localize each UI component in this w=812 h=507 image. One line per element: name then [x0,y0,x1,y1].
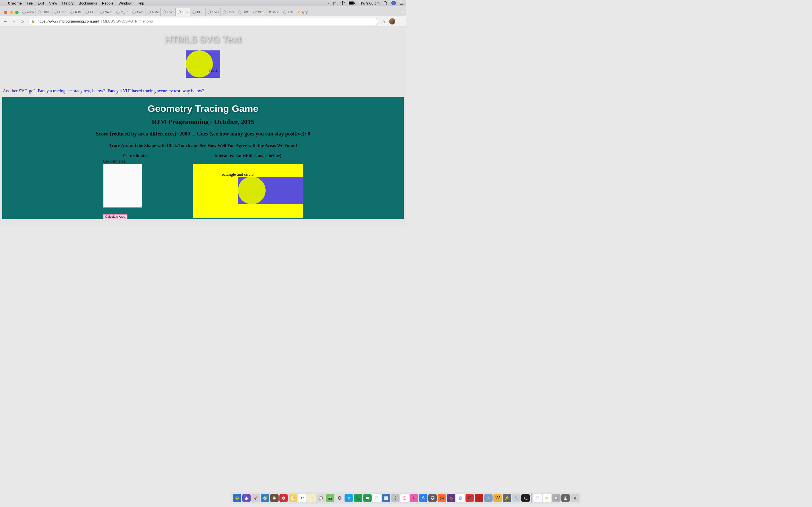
browser-tab[interactable]: Welc [98,8,114,16]
menu-history[interactable]: History [62,1,73,5]
chrome-window: wwwGIMPC UnRJMPHPWelcC_unComRJMCirclS✕PH… [0,6,406,227]
link-yui-tracing[interactable]: Fancy a YUI based tracing accuracy test,… [107,89,204,93]
browser-tab[interactable]: C Un [52,8,68,16]
tab-label: Inbo [273,10,279,14]
svg-rect-2 [354,3,355,4]
browser-tab[interactable]: Circl [161,8,175,16]
game-instructions: Trace Around the Shape with Click/Touch … [2,140,404,153]
reload-button[interactable]: ⟳ [20,18,25,24]
canvas-area[interactable]: rectangle and circle [193,164,303,218]
browser-tab[interactable]: Com [221,8,236,16]
svg-point-9 [70,11,73,13]
tab-favicon-icon: M [268,10,272,14]
browser-tab[interactable]: RJM [146,8,161,16]
new-tab-button[interactable]: + [398,10,406,16]
window-minimize-button[interactable] [10,11,13,14]
browser-tab[interactable]: GIMP [36,8,52,16]
browser-tab[interactable]: cPWeb [251,8,266,16]
tab-label: C Un [59,10,66,14]
browser-tab[interactable]: Com [130,8,146,16]
tab-favicon-icon: cP [253,10,257,14]
svg-demo: rectan [0,50,406,87]
menu-bookmarks[interactable]: Bookmarks [79,1,97,5]
tab-label: Com [137,10,144,14]
coord-textarea[interactable] [103,164,142,208]
status-icon[interactable]: ⟐ [327,1,329,5]
canvas-circle [238,177,266,204]
tab-label: SVG [243,10,249,14]
svg-point-11 [101,11,103,13]
spotlight-icon[interactable] [384,1,388,5]
url-path: /HTMLCSS/SVG/SVG_Primer.php [97,19,153,23]
tab-favicon-icon [132,10,136,14]
svg-point-8 [55,11,57,13]
menu-people[interactable]: People [102,1,113,5]
menu-edit[interactable]: Edit [38,1,44,5]
tab-bar: wwwGIMPC UnRJMPHPWelcC_unComRJMCirclS✕PH… [0,6,406,16]
window-maximize-button[interactable] [15,11,18,14]
tab-label: SVG [212,10,219,14]
tab-label: www [27,10,34,14]
browser-tab[interactable]: ✔rjmp [295,8,310,16]
browser-tab[interactable]: SVG [236,8,251,16]
tab-label: PHP [197,10,204,14]
calculate-area-button[interactable]: Calculate Area [103,214,128,219]
page-title: HTML5 SVG Text [0,26,406,50]
browser-tab[interactable]: www [20,8,36,16]
tab-favicon-icon [283,10,287,14]
tab-favicon-icon: ✔ [297,10,301,14]
browser-tab[interactable]: MInbo [266,8,281,16]
game-score: Score (reduced by area differences): 200… [2,127,404,140]
svg-point-21 [283,11,286,13]
browser-tab[interactable]: SVG [206,8,221,16]
tab-favicon-icon [22,10,26,14]
wifi-icon[interactable] [340,1,345,5]
coord-label: Co-ordinates: [103,159,168,164]
menu-help[interactable]: Help [137,1,144,5]
svg-point-0 [342,4,343,5]
link-another-svg[interactable]: Another SVG go? [3,89,36,93]
browser-tab[interactable]: RJM [68,8,84,16]
notification-center-icon[interactable]: ☰ [400,1,403,5]
svg-point-13 [133,11,135,13]
tab-favicon-icon [100,10,104,14]
profile-avatar[interactable] [389,18,395,24]
canvas-text: rectangle and circle [220,172,253,177]
tab-label: Circl [167,10,174,14]
svg-point-7 [38,11,41,13]
menubar-app-name[interactable]: Chrome [8,1,22,5]
tab-favicon-icon [192,10,196,14]
tab-label: S [183,10,185,14]
tab-favicon-icon [70,10,74,14]
url-field[interactable]: 🔒 https://www.rjmprogramming.com.au/HTML… [28,18,378,25]
svg-point-17 [193,11,195,13]
back-button[interactable]: ← [3,19,8,24]
bookmark-star-icon[interactable]: ☆ [382,18,386,24]
menu-file[interactable]: File [27,1,33,5]
menu-window[interactable]: Window [118,1,132,5]
forward-button[interactable]: → [11,19,16,24]
svg-point-15 [163,11,166,13]
address-bar: ← → ⟳ 🔒 https://www.rjmprogramming.com.a… [0,16,406,26]
svg-point-19 [223,11,226,13]
tab-favicon-icon [38,10,42,14]
svg-rectangle: rectan [186,50,220,78]
chrome-menu-icon[interactable]: ⋮ [399,18,403,24]
menubar-clock[interactable]: Thu 9:06 pm [359,1,379,5]
browser-tab[interactable]: C_un [114,8,130,16]
airplay-icon[interactable]: ▢ [333,1,336,5]
browser-tab[interactable]: PHP [190,8,206,16]
battery-icon[interactable] [349,1,355,5]
menu-view[interactable]: View [49,1,57,5]
siri-icon[interactable] [391,1,396,5]
tab-label: rjmp [302,10,308,14]
browser-tab[interactable]: Edit [281,8,295,16]
tab-favicon-icon [207,10,211,14]
tab-close-icon[interactable]: ✕ [186,10,189,14]
browser-tab[interactable]: S✕ [175,8,190,16]
link-tracing-test[interactable]: Fancy a tracing accuracy test, below? [38,89,105,93]
browser-tab[interactable]: PHP [84,8,99,16]
url-domain: https://www.rjmprogramming.com.au [38,19,97,23]
svg-point-10 [86,11,89,13]
window-close-button[interactable] [4,11,7,14]
